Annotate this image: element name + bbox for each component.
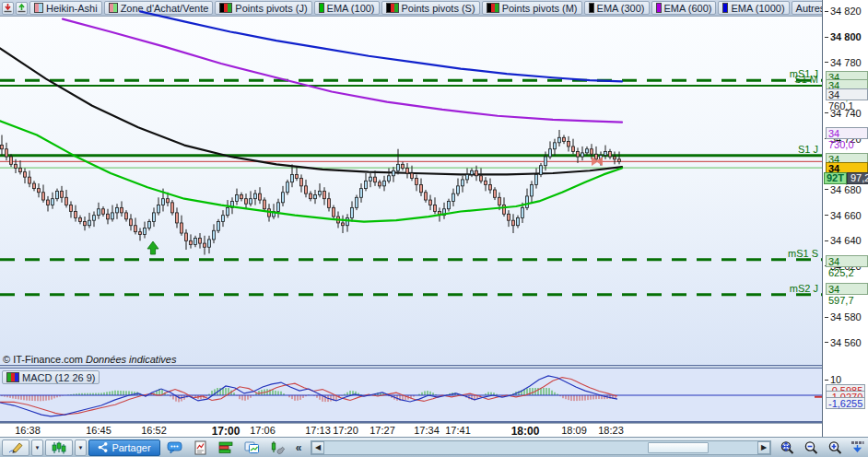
macd-legend-label: MACD (12 26 9)	[22, 372, 95, 383]
time-tick: 16:38	[15, 425, 41, 436]
zoom-in-icon	[827, 440, 843, 455]
chart-scrollbar[interactable]: ◀ ▶	[311, 440, 771, 455]
price-label-34-625-2: 34 625,2	[826, 255, 868, 267]
zoom-fit-button[interactable]	[776, 439, 798, 456]
windows-icon	[244, 440, 260, 454]
settings-button[interactable]	[265, 439, 289, 456]
time-tick: 17:41	[445, 425, 471, 436]
price-tick: 34 640	[825, 235, 862, 246]
collapse-toolbar-button[interactable]: «	[291, 439, 306, 456]
order-book-icon	[218, 440, 234, 454]
time-tick: 18:00	[511, 425, 540, 438]
windows-button[interactable]	[240, 439, 264, 456]
time-tick: 17:20	[333, 425, 358, 436]
trading-app-window: Heikin-AshiZone d'Achat/VentePoints pivo…	[0, 0, 868, 457]
price-label-34-597-7: 34 597,7	[826, 283, 868, 295]
price-tick: 34 580	[825, 311, 862, 322]
price-tick: 34 820	[825, 6, 862, 17]
wrench-chart-icon	[270, 440, 286, 454]
price-tick: 34 680	[825, 184, 862, 195]
price-tick: 34 660	[825, 210, 862, 221]
speech-bubble-icon	[167, 440, 182, 454]
candlestick-chart-icon	[51, 441, 67, 454]
price-label-34-760-1: 34 760,1	[826, 88, 868, 100]
zoom-in-button[interactable]	[824, 439, 846, 456]
copyright-text: © IT-Finance.com Données indicatives	[3, 354, 176, 365]
price-axis[interactable]: 34 82034 80034 78034 74034 72034 68034 6…	[822, 0, 868, 437]
time-tick: 17:06	[250, 425, 276, 436]
move-pane-down-button[interactable]	[848, 439, 866, 456]
orders-button[interactable]	[214, 439, 238, 456]
time-tick: 16:45	[86, 425, 111, 436]
macd-color-icon	[6, 372, 19, 382]
price-label-34-730-0: 34 730,0	[826, 127, 868, 139]
time-tick: 17:34	[414, 425, 440, 436]
time-tick: 18:23	[598, 425, 624, 436]
pencil-icon	[7, 441, 24, 454]
zoom-fit-icon	[780, 440, 795, 455]
draw-tool-dropdown[interactable]: ▼	[31, 439, 43, 456]
price-tick: 34 560	[825, 337, 862, 348]
zoom-out-button[interactable]	[800, 439, 822, 456]
time-axis[interactable]: 16:3816:4516:5217:0017:0617:1317:2017:27…	[0, 423, 822, 437]
time-tick: 17:27	[369, 425, 395, 436]
pivot-label-s1-m: S1 M	[794, 74, 818, 85]
price-tick: 34 780	[825, 57, 862, 68]
bottom-toolbar: ▼ ▼ Partager	[0, 437, 868, 457]
zoom-out-icon	[803, 440, 819, 455]
volume-badge: 92T	[824, 172, 847, 184]
news-page-icon	[194, 440, 207, 455]
news-button[interactable]	[188, 439, 212, 456]
share-button[interactable]: Partager	[88, 439, 160, 456]
price-tick: 34 800	[825, 31, 862, 42]
time-tick: 17:13	[305, 425, 331, 436]
time-tick: 16:52	[141, 425, 167, 436]
pivot-label-s1-j: S1 J	[798, 144, 818, 155]
share-button-label: Partager	[111, 442, 150, 453]
scroll-left-arrow[interactable]: ◀	[311, 441, 324, 454]
time-tick: 18:09	[561, 425, 587, 436]
macd-value-label: -1,6255	[826, 397, 865, 409]
draw-tool-button[interactable]	[2, 439, 29, 456]
chart-type-button[interactable]	[45, 439, 73, 456]
time-tick: 17:00	[212, 425, 240, 438]
pane-down-icon	[850, 440, 864, 454]
ema100-value-label: 92T97,2	[824, 172, 868, 184]
scrollbar-thumb[interactable]	[648, 442, 709, 453]
pivot-label-ms1-s: mS1 S	[788, 248, 818, 259]
share-icon	[98, 442, 108, 452]
pivot-label-ms2-j: mS2 J	[790, 283, 818, 294]
macd-legend-chip[interactable]: MACD (12 26 9)	[2, 370, 100, 384]
chart-type-dropdown[interactable]: ▼	[75, 439, 87, 456]
comments-button[interactable]	[162, 439, 186, 456]
scroll-right-arrow[interactable]: ▶	[757, 441, 770, 454]
